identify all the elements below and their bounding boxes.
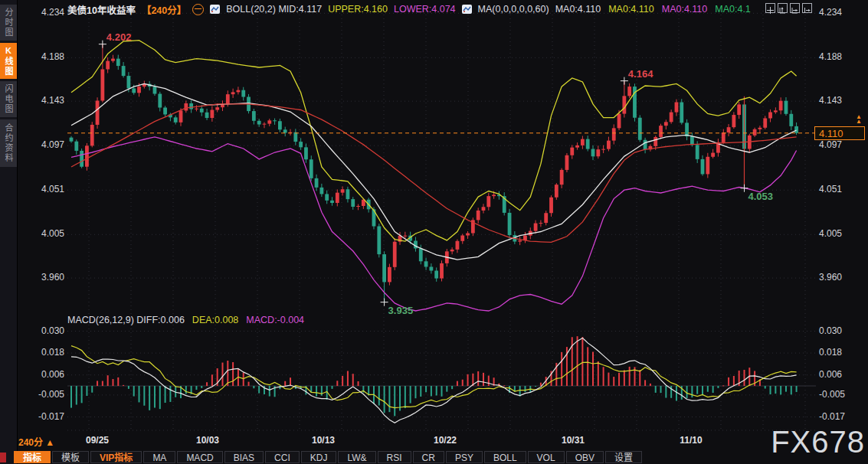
time-axis-label: 10/03 [196, 435, 219, 446]
gridlines [67, 11, 816, 430]
time-axis-label: 10/22 [434, 435, 457, 446]
axis-tick-label: 0.030 [819, 325, 842, 336]
toolbar-tab-MA[interactable]: MA [143, 451, 175, 463]
axis-tick-label: 4.051 [21, 184, 64, 194]
axis-tick-label: 4.188 [819, 51, 842, 62]
symbol-title: 美债10年收益率 [67, 2, 136, 17]
indicator-toolbar: 指标模板VIP指标MAMACDBIASCCIKDJLW&RSICRPSYBOLL… [14, 451, 642, 463]
axis-tick-label: 4.234 [21, 7, 64, 18]
current-price-badge: 4.110 [814, 126, 865, 140]
sidebar-tab-1[interactable]: K线图 [0, 43, 17, 79]
axis-tick-label: 4.097 [21, 139, 64, 150]
toolbar-tab-OBV[interactable]: OBV [566, 451, 604, 463]
price-annotation: 4.164 [628, 68, 653, 80]
axis-tick-label: 0.006 [819, 369, 842, 380]
axis-tick-label: 4.234 [819, 7, 842, 18]
toolbar-tab-指标[interactable]: 指标 [14, 451, 51, 463]
toolbar-tab-BIAS[interactable]: BIAS [224, 451, 264, 463]
candlestick-series [70, 44, 798, 302]
crosshair-tool-icon[interactable] [765, 3, 775, 13]
toolbar-tab-RSI[interactable]: RSI [378, 451, 411, 463]
annotation-cross-icon [621, 77, 628, 85]
sidebar: 分时图K线图闪电图合约资料 [0, 0, 18, 464]
sidebar-tab-2[interactable]: 闪电图 [0, 81, 17, 117]
axis-tick-label: -0.005 [819, 389, 845, 400]
collapse-icon[interactable] [192, 4, 204, 15]
axis-tick-label: 0.018 [21, 347, 64, 358]
toolbar-tab-VOL[interactable]: VOL [528, 451, 565, 463]
sidebar-tab-0[interactable]: 分时图 [0, 5, 17, 41]
ma-value: MA0:4.110 [662, 4, 708, 15]
toolbar-tab-KDJ[interactable]: KDJ [301, 451, 337, 463]
axis-tick-label: 4.005 [819, 228, 842, 239]
axis-tick-label: -0.005 [21, 389, 64, 400]
axis-tick-label: 3.960 [21, 272, 64, 283]
macd-diff-line [71, 338, 797, 423]
axis-tick-label: 3.960 [819, 272, 842, 283]
ma-values: MA0:4.110MA0:4.110MA0:4.110MA0:4.1 [555, 4, 751, 15]
corner-logo-mark [0, 453, 6, 462]
axis-tick-label: 4.188 [21, 51, 64, 62]
macd-histogram [70, 336, 798, 416]
time-axis-label: 11/10 [680, 435, 702, 446]
toolbar-tab-CR[interactable]: CR [413, 451, 444, 463]
toolbar-tab-VIP指标[interactable]: VIP指标 [90, 451, 142, 463]
macd-dea-value: DEA:0.008 [192, 315, 238, 325]
toolbar-tab-设置[interactable]: 设置 [605, 451, 642, 463]
period-tag: 【240分】 [142, 2, 186, 17]
price-annotation: 3.935 [388, 305, 414, 316]
toolbar-tab-MACD[interactable]: MACD [177, 451, 222, 463]
ma-indicator-icon[interactable] [462, 5, 472, 14]
axis-tick-label: 0.006 [21, 369, 64, 380]
macd-dea-line [71, 346, 797, 408]
ma-label: MA(0,0,0,0,0,60) [478, 4, 549, 15]
axis-tick-label: 4.097 [819, 139, 842, 150]
price-up-arrow-icon: ▲ [856, 119, 862, 124]
chart-canvas[interactable] [0, 0, 868, 464]
sidebar-tab-3[interactable]: 合约资料 [0, 119, 17, 167]
time-axis-label: 09/25 [86, 435, 109, 446]
price-annotation: 4.053 [748, 191, 773, 202]
toolbar-tab-LW&[interactable]: LW& [338, 451, 375, 463]
axis-tick-label: -0.017 [819, 411, 845, 422]
macd-macd-value: MACD:-0.004 [246, 315, 304, 325]
indicator-header-bar: 美债10年收益率 【240分】 BOLL(20,2) MID:4.117 UPP… [67, 2, 751, 16]
toolbar-tab-模板[interactable]: 模板 [52, 451, 89, 463]
axis-tick-label: 4.051 [819, 184, 842, 194]
ma-value: MA0:4.1 [715, 4, 751, 15]
macd-label: MACD(26,12,9) DIFF:0.006 [67, 315, 185, 325]
time-axis-label: 10/13 [312, 435, 335, 446]
annotation-cross-icon [381, 299, 388, 306]
axis-tick-label: 4.005 [21, 228, 64, 239]
price-annotation: 4.202 [106, 31, 132, 43]
macd-header: MACD(26,12,9) DIFF:0.006 DEA:0.008 MACD:… [67, 315, 304, 325]
ma-value: MA0:4.110 [555, 4, 601, 15]
axis-zoom-vertical-icon[interactable] [778, 3, 788, 13]
annotation-cross-icon [99, 41, 106, 48]
boll-lower-value: LOWER:4.074 [394, 4, 456, 15]
axis-tick-label: 0.018 [819, 347, 842, 358]
ma-value: MA0:4.110 [608, 4, 654, 15]
watermark: FX678 [771, 425, 865, 459]
axis-tick-label: 4.143 [819, 95, 842, 106]
axis-tick-label: -0.017 [21, 411, 64, 422]
toolbar-tab-PSY[interactable]: PSY [446, 451, 483, 463]
time-axis-label: 10/31 [562, 435, 585, 446]
axis-tick-label: 4.143 [21, 95, 64, 106]
period-selector[interactable]: 240分 ▲ [18, 435, 54, 448]
overlay-line-boll-lower [71, 137, 797, 311]
axis-tick-label: 0.030 [21, 325, 64, 336]
annotation-cross-icon [740, 185, 748, 192]
overlay-line-boll-upper [71, 41, 797, 242]
boll-indicator-icon[interactable] [210, 5, 220, 14]
boll-label: BOLL(20,2) MID:4.117 [226, 4, 322, 15]
chart-window: 分时图K线图闪电图合约资料 美债10年收益率 【240分】 BOLL(20,2)… [0, 0, 868, 464]
toolbar-tab-BOLL[interactable]: BOLL [484, 451, 526, 463]
toolbar-tab-CCI[interactable]: CCI [265, 451, 300, 463]
boll-upper-value: UPPER:4.160 [328, 4, 388, 15]
window-tools [765, 3, 812, 13]
pane-popout-icon[interactable] [802, 3, 812, 13]
axis-zoom-horizontal-icon[interactable] [790, 3, 800, 13]
